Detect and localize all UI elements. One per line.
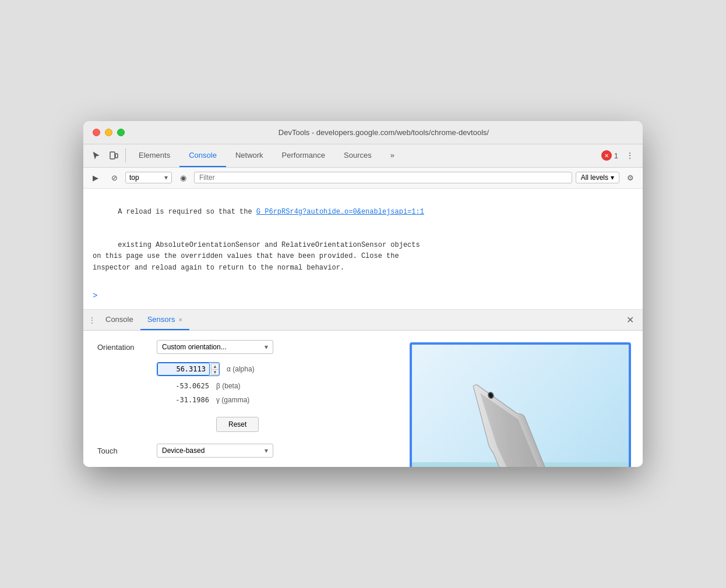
devtools-window: DevTools - developers.google.com/web/too… (83, 121, 643, 467)
console-message: A reload is required so that the G_P6rpR… (93, 196, 633, 285)
console-output: A reload is required so that the G_P6rpR… (83, 189, 643, 310)
block-icon[interactable]: ⊘ (107, 170, 122, 185)
tab-bar: Elements Console Network Performance Sou… (129, 144, 600, 167)
window-title: DevTools - developers.google.com/web/too… (134, 128, 633, 137)
filter-input[interactable] (194, 172, 572, 183)
error-count: 1 (614, 151, 618, 160)
tab-more[interactable]: » (381, 144, 404, 167)
alpha-input[interactable] (157, 363, 210, 376)
context-dropdown-arrow: ▾ (164, 173, 168, 182)
beta-label: β (beta) (216, 382, 241, 390)
sensors-tab-close[interactable]: × (178, 316, 182, 323)
phone-visualization (410, 342, 631, 467)
toolbar-right: ✕ 1 ⋮ (601, 147, 638, 164)
tab-sources[interactable]: Sources (334, 144, 381, 167)
title-bar: DevTools - developers.google.com/web/too… (83, 121, 643, 144)
console-toolbar: ▶ ⊘ top ▾ ◉ All levels ▾ ⚙ (83, 168, 643, 189)
bottom-panel-close-button[interactable]: ✕ (622, 312, 638, 328)
alpha-label: α (alpha) (227, 365, 255, 373)
message-text-prefix: A reload is required so that the (118, 208, 256, 216)
console-link[interactable]: G_P6rpRSr4g?autohide…o=0&enablejsapi=1:1 (256, 208, 424, 216)
message-text-body: existing AbsoluteOrientationSensor and R… (93, 241, 420, 271)
touch-label: Touch (97, 447, 150, 455)
tab-elements[interactable]: Elements (129, 144, 179, 167)
gamma-input[interactable] (157, 396, 209, 404)
alpha-increment[interactable]: ▲ (211, 363, 219, 369)
bottom-tab-console[interactable]: Console (98, 310, 140, 330)
beta-input[interactable] (157, 382, 209, 390)
svg-rect-0 (110, 152, 115, 159)
console-prompt[interactable]: > (93, 289, 633, 302)
touch-dropdown-arrow: ▾ (265, 447, 268, 455)
traffic-lights (93, 129, 125, 136)
drawer-more-icon[interactable]: ⋮ (88, 316, 96, 325)
touch-dropdown[interactable]: Device-based ▾ (157, 444, 273, 458)
run-script-button[interactable]: ▶ (88, 170, 103, 185)
orientation-dropdown-arrow: ▾ (265, 343, 268, 351)
cursor-icon[interactable] (88, 147, 104, 164)
orientation-label: Orientation (97, 343, 150, 352)
devtools-toolbar: Elements Console Network Performance Sou… (83, 144, 643, 168)
error-badge: ✕ (601, 150, 612, 161)
phone-viz-inner (412, 345, 629, 467)
phone-3d-model (439, 350, 602, 467)
alpha-decrement[interactable]: ▼ (211, 369, 219, 375)
toolbar-divider (125, 148, 126, 162)
error-indicator[interactable]: ✕ 1 (601, 150, 618, 161)
tab-console[interactable]: Console (179, 144, 226, 167)
context-selector[interactable]: top ▾ (125, 172, 172, 183)
orientation-dropdown[interactable]: Custom orientation... ▾ (157, 340, 273, 354)
maximize-button[interactable] (117, 129, 125, 136)
close-button[interactable] (93, 129, 100, 136)
sensors-panel: Orientation Custom orientation... ▾ ▲ ▼ (83, 331, 643, 467)
tab-network[interactable]: Network (226, 144, 273, 167)
alpha-spinner: ▲ ▼ (211, 363, 219, 375)
more-options-icon[interactable]: ⋮ (622, 147, 638, 164)
minimize-button[interactable] (105, 129, 112, 136)
eye-icon[interactable]: ◉ (175, 170, 191, 185)
settings-icon[interactable]: ⚙ (623, 170, 638, 185)
gamma-label: γ (gamma) (216, 396, 249, 404)
tab-performance[interactable]: Performance (273, 144, 334, 167)
svg-rect-1 (115, 154, 118, 158)
bottom-tab-sensors[interactable]: Sensors × (140, 310, 189, 330)
log-levels-button[interactable]: All levels ▾ (576, 172, 619, 183)
levels-chevron-icon: ▾ (611, 173, 614, 182)
bottom-tabs-bar: ⋮ Console Sensors × ✕ (83, 310, 643, 331)
reset-button[interactable]: Reset (216, 417, 259, 432)
bottom-panel: ⋮ Console Sensors × ✕ Orientation Custom… (83, 310, 643, 467)
device-icon[interactable] (105, 147, 122, 164)
